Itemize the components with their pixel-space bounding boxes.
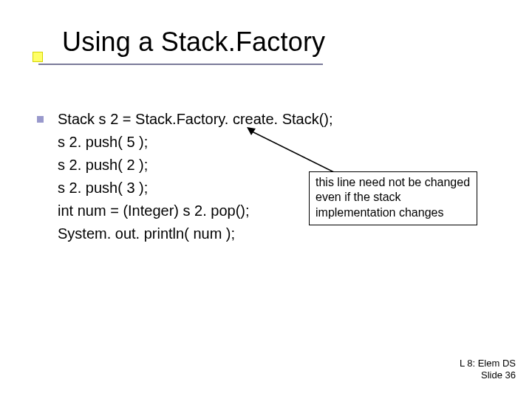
- svg-line-0: [250, 131, 335, 173]
- callout-box: this line need not be changed even if th…: [309, 171, 477, 225]
- code-line: System. out. println( num );: [58, 222, 333, 245]
- slide-footer: L 8: Elem DS Slide 36: [460, 358, 516, 382]
- slide: Using a Stack.Factory Stack s 2 = Stack.…: [0, 0, 532, 399]
- code-line: s 2. push( 3 );: [58, 177, 333, 200]
- footer-line: L 8: Elem DS: [460, 358, 516, 369]
- footer-line: Slide 36: [460, 369, 516, 381]
- svg-marker-1: [247, 127, 256, 135]
- title-bullet-icon: [33, 52, 43, 62]
- title-underline: [38, 64, 323, 65]
- slide-title: Using a Stack.Factory: [62, 27, 325, 58]
- code-line: int num = (Integer) s 2. pop();: [58, 200, 333, 222]
- body-bullet-icon: [37, 116, 44, 123]
